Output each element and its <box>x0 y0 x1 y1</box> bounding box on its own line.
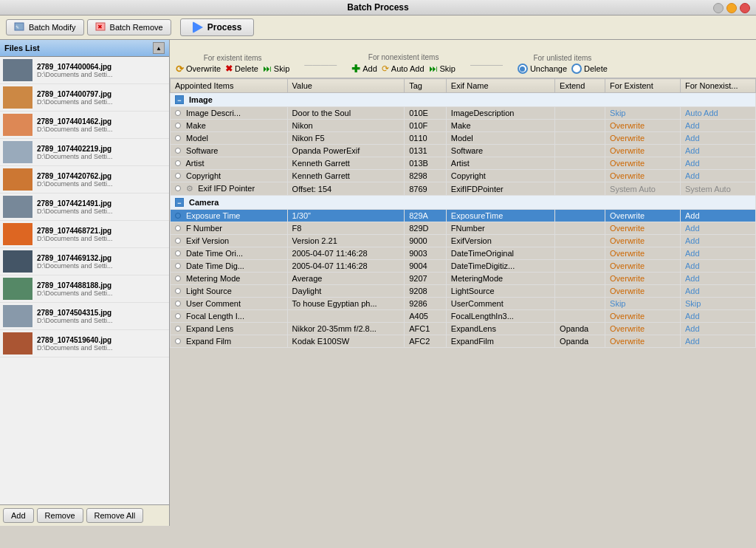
cell-extend <box>555 273 605 285</box>
unchange-radio[interactable] <box>518 64 528 74</box>
table-row[interactable]: Metering Mode Average 9207 MeteringMode … <box>171 273 756 285</box>
cell-extend <box>555 298 605 310</box>
section-header-row[interactable]: − Image <box>171 93 756 107</box>
svg-text:✎: ✎ <box>16 25 19 30</box>
minimize-btn[interactable] <box>713 3 724 13</box>
table-row[interactable]: User Comment To house Egyptian ph... 928… <box>171 298 756 310</box>
file-info: 2789_1074400064.jpg D:\Documents and Set… <box>37 63 166 78</box>
process-button[interactable]: Process <box>180 18 255 36</box>
cell-for-nonexistent: Add <box>681 210 756 222</box>
cell-appointed-item: Focal Length I... <box>171 310 288 323</box>
delete-unlisted-radio[interactable] <box>571 64 582 74</box>
cell-for-nonexistent: Skip <box>681 298 756 310</box>
table-row[interactable]: Expand Film Kodak E100SW AFC2 ExpandFilm… <box>171 335 756 348</box>
table-row[interactable]: Date Time Dig... 2005-04-07 11:46:28 900… <box>171 260 756 273</box>
list-item[interactable]: 2789_1074519640.jpg D:\Documents and Set… <box>0 330 169 357</box>
table-header-row: Appointed Items Value Tag Exif Name Exte… <box>171 79 756 93</box>
delete-unlisted-option[interactable]: Delete <box>571 64 608 74</box>
maximize-btn[interactable] <box>726 3 737 13</box>
table-row[interactable]: Software Opanda PowerExif 0131 Software … <box>171 145 756 157</box>
files-header-label: Files List <box>4 44 40 52</box>
cell-exif-name: DateTimeOriginal <box>446 247 554 260</box>
window-title: Batch Process <box>347 2 408 13</box>
cell-value: Nikkor 20-35mm f/2.8... <box>287 323 405 335</box>
list-item[interactable]: 2789_1074469132.jpg D:\Documents and Set… <box>0 248 169 275</box>
cell-for-existent: Overwrite <box>605 310 681 323</box>
remove-all-button[interactable]: Remove All <box>86 508 144 523</box>
table-row[interactable]: Focal Length I... A405 FocalLengthIn3...… <box>171 310 756 323</box>
item-name: Date Time Dig... <box>186 261 244 270</box>
row-indicator <box>175 338 181 344</box>
add-option[interactable]: ✚ Add <box>351 63 377 75</box>
section-header-cell: − Camera <box>171 196 756 210</box>
cell-tag: 010F <box>405 120 447 132</box>
skip-existent-option[interactable]: ⏭ Skip <box>263 64 289 74</box>
section-header-row[interactable]: − Camera <box>171 196 756 210</box>
cell-tag: 9004 <box>405 260 447 273</box>
skip-nonexistent-option[interactable]: ⏭ Skip <box>429 64 456 74</box>
svg-text:✖: ✖ <box>97 24 103 30</box>
remove-file-button[interactable]: Remove <box>37 508 83 523</box>
file-path: D:\Documents and Setti... <box>37 344 166 352</box>
cell-extend <box>555 182 605 196</box>
cell-for-existent: Overwrite <box>605 247 681 260</box>
file-path: D:\Documents and Setti... <box>37 262 166 270</box>
cell-exif-name: FNumber <box>446 222 554 235</box>
file-info: 2789_1074488188.jpg D:\Documents and Set… <box>37 281 166 297</box>
table-row[interactable]: Expand Lens Nikkor 20-35mm f/2.8... AFC1… <box>171 323 756 335</box>
cell-appointed-item: F Number <box>171 222 288 235</box>
unchange-option[interactable]: Unchange <box>518 64 567 74</box>
table-row[interactable]: Light Source Daylight 9208 LightSource O… <box>171 285 756 298</box>
batch-modify-button[interactable]: ✎ Batch Modify <box>6 19 84 35</box>
list-item[interactable]: 2789_1074401462.jpg D:\Documents and Set… <box>0 112 169 139</box>
list-item[interactable]: 2789_1074504315.jpg D:\Documents and Set… <box>0 303 169 330</box>
table-row[interactable]: Exif Version Version 2.21 9000 ExifVersi… <box>171 235 756 247</box>
unchange-label: Unchange <box>530 64 567 73</box>
table-row[interactable]: F Number F8 829D FNumber Overwrite Add <box>171 222 756 235</box>
cell-for-nonexistent: Add <box>681 170 756 182</box>
table-row[interactable]: Model Nikon F5 0110 Model Overwrite Add <box>171 132 756 145</box>
list-item[interactable]: 2789_1074400064.jpg D:\Documents and Set… <box>0 57 169 84</box>
delete-existent-option[interactable]: ✖ Delete <box>225 64 258 74</box>
batch-remove-button[interactable]: ✖ Batch Remove <box>87 19 171 35</box>
table-row[interactable]: Exposure Time 1/30" 829A ExposureTime Ov… <box>171 210 756 222</box>
table-row[interactable]: Copyright Kenneth Garrett 8298 Copyright… <box>171 170 756 182</box>
nonexistent-label: For nonexistent items <box>368 53 439 61</box>
auto-add-label: Auto Add <box>391 64 425 73</box>
table-row[interactable]: Make Nikon 010F Make Overwrite Add <box>171 120 756 132</box>
file-path: D:\Documents and Setti... <box>37 180 166 188</box>
cell-extend <box>555 260 605 273</box>
overwrite-option[interactable]: ⟳ Overwrite <box>176 64 221 75</box>
table-row[interactable]: ⚙ Exif IFD Pointer Offset: 154 8769 Exif… <box>171 182 756 196</box>
cell-tag: 8298 <box>405 170 447 182</box>
files-list[interactable]: 2789_1074400064.jpg D:\Documents and Set… <box>0 57 169 504</box>
col-extend: Extend <box>555 79 605 93</box>
list-item[interactable]: 2789_1074420762.jpg D:\Documents and Set… <box>0 166 169 193</box>
table-row[interactable]: Date Time Ori... 2005-04-07 11:46:28 900… <box>171 247 756 260</box>
list-item[interactable]: 2789_1074468721.jpg D:\Documents and Set… <box>0 221 169 248</box>
cell-appointed-item: Model <box>171 132 288 145</box>
table-row[interactable]: Image Descri... Door to the Soul 010E Im… <box>171 107 756 120</box>
section-collapse-icon[interactable]: − <box>175 198 184 207</box>
cell-tag: 9286 <box>405 298 447 310</box>
close-btn[interactable] <box>740 3 750 13</box>
col-for-nonexistent: For Nonexist... <box>681 79 756 93</box>
section-collapse-icon[interactable]: − <box>175 95 184 104</box>
file-info: 2789_1074468721.jpg D:\Documents and Set… <box>37 227 166 242</box>
list-item[interactable]: 2789_1074400797.jpg D:\Documents and Set… <box>0 84 169 112</box>
cell-appointed-item: Metering Mode <box>171 273 288 285</box>
row-indicator <box>175 110 181 116</box>
list-item[interactable]: 2789_1074421491.jpg D:\Documents and Set… <box>0 193 169 221</box>
add-file-button[interactable]: Add <box>3 508 34 523</box>
cell-for-nonexistent: System Auto <box>681 182 756 196</box>
cell-appointed-item: Copyright <box>171 170 288 182</box>
cell-exif-name: Model <box>446 132 554 145</box>
table-area[interactable]: Appointed Items Value Tag Exif Name Exte… <box>170 78 756 526</box>
list-item[interactable]: 2789_1074402219.jpg D:\Documents and Set… <box>0 139 169 166</box>
item-name: Exif IFD Pointer <box>198 184 255 193</box>
list-item[interactable]: 2789_1074488188.jpg D:\Documents and Set… <box>0 275 169 303</box>
table-row[interactable]: Artist Kenneth Garrett 013B Artist Overw… <box>171 157 756 170</box>
scroll-up-arrow[interactable]: ▲ <box>153 42 165 54</box>
item-name: Light Source <box>186 287 232 295</box>
auto-add-option[interactable]: ⟳ Auto Add <box>382 64 425 74</box>
